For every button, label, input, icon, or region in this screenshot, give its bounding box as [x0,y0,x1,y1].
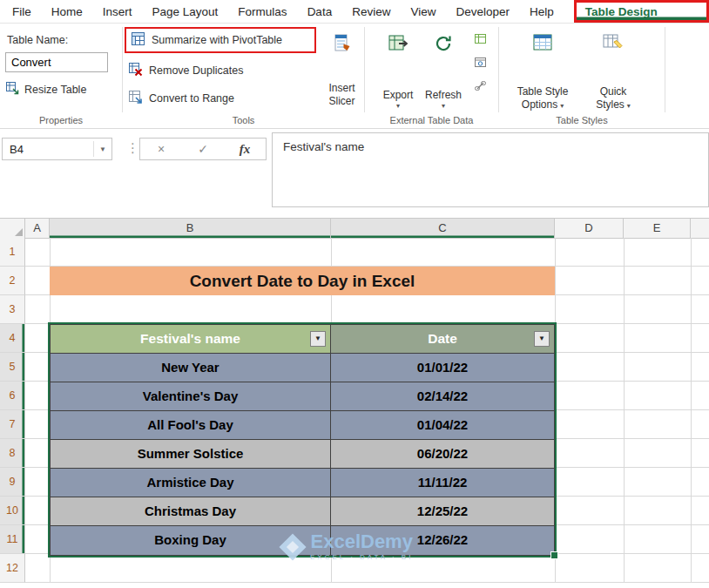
date-cell[interactable]: 01/04/22 [331,411,554,439]
date-cell[interactable]: 06/20/22 [331,440,554,468]
column-header[interactable]: B [50,219,331,239]
ribbon-tab[interactable]: Formulas [238,0,287,23]
ribbon-tab[interactable]: View [410,0,436,23]
ribbon-tab-label: Review [352,5,390,18]
resize-table-button[interactable]: Resize Table [5,81,86,98]
date-header-cell[interactable]: Date ▼ [331,325,554,353]
enter-button[interactable]: ✓ [192,142,214,156]
summarize-with-pivottable-button[interactable]: Summarize with PivotTable [125,27,316,53]
formula-bar-drag-handle[interactable]: ⋮ [126,140,139,156]
row-header[interactable]: 3 [0,295,25,324]
row-header[interactable]: 1 [0,238,25,267]
formula-bar-input[interactable]: Festival's name [272,132,709,207]
refresh-icon [433,33,454,57]
table-name-input[interactable] [5,52,108,72]
cancel-button[interactable]: × [150,142,172,156]
row-header[interactable]: 9 [0,468,25,497]
name-box[interactable]: B4 ▼ [2,138,112,160]
festival-name-cell[interactable]: New Year [51,354,331,382]
column-headers: A B C D E [0,218,709,238]
date-cell[interactable]: 12/25/22 [331,497,554,525]
gridline [555,238,556,583]
external-table-data-group-label: External Table Data [365,115,498,125]
convert-to-range-icon [128,90,143,107]
tools-group-label: Tools [123,115,364,125]
refresh-label: Refresh [425,89,462,101]
row-header[interactable]: 12 [0,554,25,583]
summarize-with-pivottable-label: Summarize with PivotTable [152,34,282,46]
festival-name-cell[interactable]: All Fool's Day [51,411,331,439]
ribbon-tab[interactable]: Help [530,0,554,23]
date-cell[interactable]: 02/14/22 [331,382,554,410]
festival-name-cell[interactable]: Boxing Day [51,526,331,555]
gridline [691,238,692,583]
gridline [624,238,625,583]
convert-to-range-button[interactable]: Convert to Range [128,85,234,112]
ribbon-tab[interactable]: File [12,0,31,23]
spreadsheet: A B C D E 1 2 3 4 5 6 [0,218,709,583]
ribbon-tab[interactable]: Page Layout [152,0,219,23]
date-cell[interactable]: 11/11/22 [331,469,554,497]
row-header[interactable]: 2 [0,267,25,295]
festival-name-cell[interactable]: Christmas Day [51,497,331,525]
cell-grid[interactable]: Convert Date to Day in Excel Festival's … [25,238,709,583]
column-header[interactable]: A [25,219,50,239]
ribbon-tab-label: Home [51,5,83,18]
insert-slicer-label-line1: Insert [328,82,354,94]
column-header[interactable]: D [555,219,624,239]
row-header[interactable]: 4 [0,324,25,353]
insert-slicer-label-line2: Slicer [328,95,354,107]
table-style-options-button[interactable]: Table Style Options▾ [508,27,577,112]
row-header[interactable]: 7 [0,410,25,439]
ribbon-tab[interactable]: Insert [103,0,132,23]
ribbon-tab[interactable]: Review [352,0,390,23]
row-header[interactable]: 11 [0,525,25,554]
select-all-corner[interactable] [0,219,25,239]
ribbon-tab-label: Data [307,5,333,18]
pivottable-icon [131,31,145,49]
dropdown-caret-icon: ▾ [396,103,400,110]
ribbon: Table Name: Resize Table Properties Summ… [0,24,709,129]
table-properties-button[interactable] [471,30,489,46]
external-data-mini-buttons [469,30,490,93]
dropdown-caret-icon: ▾ [627,102,631,110]
tools-group: Summarize with PivotTable Remove Duplica… [123,24,364,128]
table-row: New Year 01/01/22 [51,354,554,382]
properties-group: Table Name: Resize Table Properties [0,24,122,128]
festival-name-cell[interactable]: Valentine's Day [51,382,331,410]
open-in-browser-button[interactable] [471,54,489,70]
festival-name-cell[interactable]: Armistice Day [51,469,331,497]
export-button[interactable]: Export ▾ [377,27,419,112]
column-header[interactable]: E [624,219,691,239]
ribbon-tab[interactable]: Table Design [574,0,709,23]
quick-styles-button[interactable]: Quick Styles▾ [586,27,640,112]
unlink-button[interactable] [471,78,489,93]
filter-dropdown-button[interactable]: ▼ [310,331,326,347]
row-header[interactable]: 10 [0,497,25,525]
date-cell[interactable]: 12/26/22 [331,526,554,555]
remove-duplicates-button[interactable]: Remove Duplicates [128,57,243,84]
row-header[interactable]: 6 [0,382,25,410]
row-header[interactable]: 8 [0,439,25,468]
ribbon-tab[interactable]: Home [51,0,83,23]
filter-dropdown-button[interactable]: ▼ [534,331,550,347]
festival-name-cell[interactable]: Summer Solstice [51,440,331,468]
table-row: Summer Solstice 06/20/22 [51,440,554,469]
refresh-button[interactable]: Refresh ▾ [422,27,464,112]
column-header[interactable]: C [331,219,555,239]
title-banner-cell[interactable]: Convert Date to Day in Excel [50,267,555,295]
date-header-label: Date [428,331,457,346]
ribbon-tab[interactable]: Developer [456,0,510,23]
row-header[interactable]: 5 [0,353,25,382]
date-cell[interactable]: 01/01/22 [331,354,554,382]
ribbon-tab[interactable]: Data [307,0,333,23]
ribbon-tab-label: File [12,5,31,18]
insert-slicer-button[interactable]: Insert Slicer [321,27,362,112]
filter-caret-icon: ▼ [538,335,545,342]
insert-function-button[interactable]: fx [233,142,256,157]
resize-table-icon [5,81,19,98]
festival-name-header-cell[interactable]: Festival's name ▼ [51,325,331,353]
formula-bar-area: B4 ▼ ⋮ × ✓ fx Festival's name [0,129,709,213]
table-header-row: Festival's name ▼ Date ▼ [51,325,554,354]
name-box-caret-icon[interactable]: ▼ [94,145,111,153]
